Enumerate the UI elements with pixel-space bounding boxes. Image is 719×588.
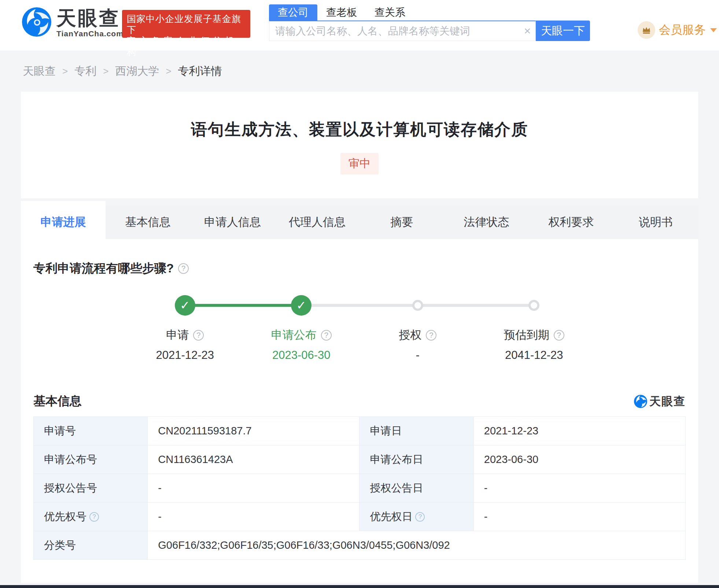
field-label: 申请日 — [360, 417, 473, 445]
check-icon: ✓ — [291, 295, 311, 316]
patent-title: 语句生成方法、装置以及计算机可读存储介质 — [21, 92, 698, 140]
progress-timeline: ✓ 申请 ? 2021-12-23 ✓ 申请公布 ? 2023-06-30 授权… — [127, 295, 592, 362]
patent-title-card: 语句生成方法、装置以及计算机可读存储介质 审中 — [21, 92, 698, 198]
field-label: 优先权日 ? — [360, 503, 473, 531]
field-label: 申请公布日 — [360, 445, 473, 474]
step-label: 授权 — [399, 327, 421, 343]
search-tab-boss[interactable]: 查老板 — [317, 4, 366, 21]
field-label: 授权公告日 — [360, 474, 473, 503]
brand-domain: TianYanCha.com — [56, 29, 123, 38]
member-services[interactable]: 会员服务 — [638, 21, 717, 39]
search-placeholder: 请输入公司名称、人名、品牌名称等关键词 — [269, 24, 519, 38]
help-icon[interactable]: ? — [178, 263, 189, 274]
field-label: 优先权号 ? — [34, 503, 148, 531]
footer-bar — [0, 585, 719, 588]
field-value: - — [473, 474, 685, 503]
certification-badge: 国家中小企业发展子基金旗下 官方备案企业征信机构 — [122, 10, 250, 38]
watermark-logo: 天眼查 — [634, 394, 686, 409]
search-area: 查公司 查老板 查关系 请输入公司名称、人名、品牌名称等关键词 × 天眼一下 — [269, 4, 590, 41]
help-icon[interactable]: ? — [321, 330, 332, 341]
field-value: CN202111593187.7 — [148, 417, 360, 445]
help-icon[interactable]: ? — [89, 512, 99, 522]
table-row: 优先权号 ? - 优先权日 ? - — [34, 503, 686, 531]
table-row: 分类号 G06F16/332;G06F16/35;G06F16/33;G06N3… — [34, 531, 686, 560]
progress-step-expiry: 预估到期 ? 2041-12-23 — [476, 295, 593, 362]
table-row: 申请号 CN202111593187.7 申请日 2021-12-23 — [34, 417, 686, 445]
tab-specification[interactable]: 说明书 — [613, 205, 698, 239]
tianyancha-logo[interactable]: 天眼查 TianYanCha.com — [22, 7, 123, 38]
tianyancha-logo-icon — [634, 395, 647, 408]
watermark-brand: 天眼查 — [649, 394, 686, 409]
field-value: - — [473, 503, 685, 531]
field-value: 2021-12-23 — [473, 417, 685, 445]
basic-info-heading: 基本信息 — [33, 393, 82, 409]
field-value: - — [148, 474, 360, 503]
tab-claims[interactable]: 权利要求 — [529, 205, 613, 239]
field-value: G06F16/332;G06F16/35;G06F16/33;G06N3/045… — [148, 531, 686, 560]
progress-step-apply: ✓ 申请 ? 2021-12-23 — [127, 295, 243, 362]
step-date: 2023-06-30 — [272, 349, 331, 362]
search-tabs: 查公司 查老板 查关系 — [269, 4, 590, 21]
tab-application-progress[interactable]: 申请进展 — [21, 201, 106, 239]
progress-step-grant: 授权 ? - — [360, 295, 476, 362]
progress-heading: 专利申请流程有哪些步骤? — [33, 260, 174, 277]
step-date: - — [416, 349, 420, 362]
tab-basic-info[interactable]: 基本信息 — [106, 205, 190, 239]
tianyancha-logo-icon — [22, 7, 51, 37]
pending-dot-icon — [528, 300, 539, 311]
check-icon: ✓ — [175, 295, 195, 316]
field-value: 2023-06-30 — [473, 445, 685, 474]
breadcrumb-home[interactable]: 天眼查 — [23, 64, 56, 79]
step-date: 2041-12-23 — [505, 349, 563, 362]
table-row: 授权公告号 - 授权公告日 - — [34, 474, 686, 503]
member-services-label: 会员服务 — [659, 22, 706, 38]
tab-applicant-info[interactable]: 申请人信息 — [190, 205, 275, 239]
search-button[interactable]: 天眼一下 — [536, 21, 590, 41]
breadcrumb-separator: > — [166, 66, 171, 77]
tab-agent-info[interactable]: 代理人信息 — [275, 205, 360, 239]
pending-dot-icon — [412, 300, 423, 311]
breadcrumb-patent[interactable]: 专利 — [74, 64, 96, 79]
step-label: 预估到期 — [504, 327, 549, 343]
page-header: 天眼查 TianYanCha.com 国家中小企业发展子基金旗下 官方备案企业征… — [0, 0, 719, 51]
detail-tabs: 申请进展 基本信息 申请人信息 代理人信息 摘要 法律状态 权利要求 说明书 — [21, 205, 698, 239]
help-icon[interactable]: ? — [426, 330, 436, 341]
status-badge: 审中 — [340, 153, 379, 174]
step-label: 申请 — [166, 327, 189, 343]
field-label: 授权公告号 — [34, 474, 148, 503]
breadcrumb-university[interactable]: 西湖大学 — [115, 64, 159, 79]
breadcrumb-current: 专利详情 — [178, 64, 222, 79]
breadcrumb-separator: > — [62, 66, 68, 77]
field-value: CN116361423A — [148, 445, 360, 474]
crown-icon — [638, 21, 655, 39]
help-icon[interactable]: ? — [415, 512, 425, 522]
field-value: - — [148, 503, 360, 531]
field-label: 申请公布号 — [34, 445, 148, 474]
search-tab-company[interactable]: 查公司 — [269, 4, 317, 21]
basic-info-table: 申请号 CN202111593187.7 申请日 2021-12-23 申请公布… — [33, 416, 686, 560]
badge-line1: 国家中小企业发展子基金旗下 — [127, 13, 246, 35]
field-label: 分类号 — [34, 531, 148, 560]
chevron-down-icon — [710, 28, 717, 32]
badge-line2: 官方备案企业征信机构 — [127, 35, 246, 57]
search-tab-relation[interactable]: 查关系 — [366, 4, 414, 21]
step-date: 2021-12-23 — [156, 349, 214, 362]
progress-step-publication: ✓ 申请公布 ? 2023-06-30 — [243, 295, 360, 362]
clear-icon[interactable]: × — [519, 24, 535, 38]
tab-abstract[interactable]: 摘要 — [360, 205, 444, 239]
help-icon[interactable]: ? — [193, 330, 204, 341]
brand-name: 天眼查 — [56, 7, 123, 29]
tab-legal-status[interactable]: 法律状态 — [444, 205, 529, 239]
field-label: 申请号 — [34, 417, 148, 445]
help-icon[interactable]: ? — [554, 330, 564, 341]
step-label: 申请公布 — [271, 327, 317, 343]
breadcrumb: 天眼查 > 专利 > 西湖大学 > 专利详情 — [0, 51, 719, 92]
breadcrumb-separator: > — [103, 66, 108, 77]
table-row: 申请公布号 CN116361423A 申请公布日 2023-06-30 — [34, 445, 686, 474]
content-card: 专利申请流程有哪些步骤? ? ✓ 申请 ? 2021-12-23 ✓ 申请公布 … — [21, 239, 698, 583]
search-input[interactable]: 请输入公司名称、人名、品牌名称等关键词 × — [269, 21, 536, 41]
